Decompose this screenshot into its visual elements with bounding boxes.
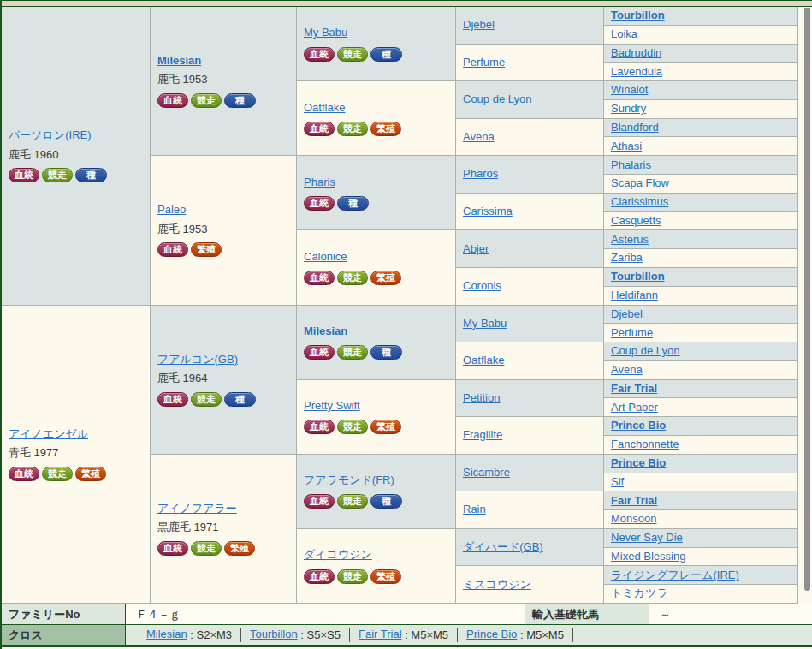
- horse-link[interactable]: Calonice: [304, 250, 347, 264]
- badge-race-icon[interactable]: 競走: [337, 420, 368, 434]
- horse-link[interactable]: ダイコウジン: [304, 548, 372, 562]
- badge-pedigree-icon[interactable]: 血統: [304, 494, 335, 509]
- badge-race-icon[interactable]: 競走: [42, 168, 73, 182]
- badge-sire-icon[interactable]: 種: [337, 196, 369, 211]
- horse-link[interactable]: Phalaris: [611, 158, 651, 172]
- badge-pedigree-icon[interactable]: 血統: [304, 47, 335, 62]
- horse-link[interactable]: Prince Bio: [611, 456, 666, 470]
- badge-broodmare-icon[interactable]: 繁殖: [191, 242, 222, 257]
- horse-link[interactable]: Milesian: [304, 324, 347, 338]
- horse-link[interactable]: Avena: [611, 363, 643, 377]
- horse-link[interactable]: Tourbillon: [611, 270, 665, 283]
- horse-link[interactable]: Heldifann: [611, 289, 658, 302]
- horse-link[interactable]: フアラモンド(FR): [304, 473, 394, 487]
- horse-link[interactable]: Oatflake: [304, 101, 345, 115]
- badge-sire-icon[interactable]: 種: [370, 47, 402, 62]
- badge-race-icon[interactable]: 競走: [191, 93, 222, 108]
- badge-race-icon[interactable]: 競走: [337, 47, 368, 62]
- horse-link[interactable]: Avena: [463, 130, 495, 144]
- horse-link[interactable]: アイノフアラー: [157, 502, 237, 515]
- badge-sire-icon[interactable]: 種: [224, 392, 256, 407]
- badge-pedigree-icon[interactable]: 血統: [157, 541, 188, 556]
- horse-link[interactable]: Mixed Blessing: [611, 550, 685, 563]
- horse-link[interactable]: Casquetts: [611, 214, 661, 228]
- horse-link[interactable]: Coronis: [463, 279, 501, 293]
- horse-link[interactable]: Monsoon: [611, 512, 656, 526]
- badge-race-icon[interactable]: 競走: [337, 122, 368, 136]
- horse-link[interactable]: Fragilite: [463, 428, 502, 442]
- horse-link[interactable]: パーソロン(IRE): [9, 128, 92, 142]
- horse-link[interactable]: Sif: [611, 475, 624, 489]
- badge-sire-icon[interactable]: 種: [224, 93, 256, 108]
- horse-link[interactable]: Pharis: [304, 176, 335, 189]
- badge-broodmare-icon[interactable]: 繁殖: [370, 271, 401, 285]
- scrollbar-thumb[interactable]: [804, 8, 810, 591]
- badge-broodmare-icon[interactable]: 繁殖: [370, 122, 401, 136]
- badge-race-icon[interactable]: 競走: [337, 271, 368, 285]
- horse-link[interactable]: Coup de Lyon: [463, 92, 531, 106]
- horse-link[interactable]: アイノエンゼル: [9, 427, 88, 441]
- badge-broodmare-icon[interactable]: 繁殖: [370, 569, 401, 584]
- badge-pedigree-icon[interactable]: 血統: [304, 196, 335, 211]
- badge-pedigree-icon[interactable]: 血統: [9, 168, 39, 182]
- badge-race-icon[interactable]: 競走: [337, 345, 368, 360]
- badge-broodmare-icon[interactable]: 繁殖: [75, 467, 106, 481]
- badge-race-icon[interactable]: 競走: [191, 392, 222, 407]
- badge-sire-icon[interactable]: 種: [370, 345, 402, 360]
- badge-race-icon[interactable]: 競走: [337, 569, 368, 584]
- horse-link[interactable]: Lavendula: [611, 65, 662, 79]
- horse-link[interactable]: Sicambre: [463, 466, 510, 479]
- horse-link[interactable]: Loika: [611, 27, 637, 41]
- horse-link[interactable]: My Babu: [304, 26, 347, 39]
- horse-link[interactable]: Coup de Lyon: [611, 344, 679, 358]
- horse-link[interactable]: Djebel: [463, 18, 495, 32]
- horse-link[interactable]: Milesian: [157, 54, 201, 68]
- horse-link[interactable]: Clarissimus: [611, 195, 668, 209]
- badge-pedigree-icon[interactable]: 血統: [9, 467, 39, 481]
- horse-link[interactable]: Fair Trial: [611, 382, 657, 396]
- badge-pedigree-icon[interactable]: 血統: [304, 569, 335, 584]
- badge-sire-icon[interactable]: 種: [370, 494, 402, 509]
- horse-link[interactable]: Fanchonnette: [611, 438, 679, 451]
- horse-link[interactable]: Never Say Die: [611, 531, 683, 545]
- horse-link[interactable]: Prince Bio: [611, 419, 666, 432]
- horse-link[interactable]: Perfume: [463, 56, 505, 69]
- horse-link[interactable]: Asterus: [611, 233, 649, 247]
- badge-pedigree-icon[interactable]: 血統: [304, 271, 335, 285]
- badge-pedigree-icon[interactable]: 血統: [304, 345, 335, 360]
- badge-pedigree-icon[interactable]: 血統: [304, 420, 335, 434]
- badge-pedigree-icon[interactable]: 血統: [157, 392, 188, 407]
- horse-link[interactable]: Athasi: [611, 140, 642, 153]
- badge-pedigree-icon[interactable]: 血統: [157, 93, 188, 108]
- horse-link[interactable]: Petition: [463, 391, 500, 405]
- horse-link[interactable]: Djebel: [611, 307, 643, 321]
- horse-link[interactable]: Rain: [463, 503, 486, 516]
- badge-race-icon[interactable]: 競走: [337, 494, 368, 509]
- badge-sire-icon[interactable]: 種: [75, 168, 107, 182]
- horse-link[interactable]: Paleo: [157, 203, 186, 217]
- horse-link[interactable]: Oatflake: [463, 354, 504, 367]
- horse-link[interactable]: ライジングフレーム(IRE): [611, 569, 739, 582]
- horse-link[interactable]: Sundry: [611, 102, 646, 116]
- badge-pedigree-icon[interactable]: 血統: [157, 242, 188, 257]
- badge-race-icon[interactable]: 競走: [191, 541, 222, 556]
- horse-link[interactable]: My Babu: [463, 317, 507, 330]
- cross-horse-link[interactable]: Prince Bio: [466, 628, 517, 641]
- badge-broodmare-icon[interactable]: 繁殖: [224, 541, 255, 556]
- cross-horse-link[interactable]: Milesian: [146, 628, 187, 641]
- horse-link[interactable]: Scapa Flow: [611, 176, 669, 190]
- horse-link[interactable]: トミカツラ: [611, 586, 668, 600]
- horse-link[interactable]: Fair Trial: [611, 494, 657, 508]
- cross-horse-link[interactable]: Tourbillon: [250, 628, 298, 641]
- horse-link[interactable]: Pharos: [463, 167, 498, 181]
- horse-link[interactable]: Pretty Swift: [304, 399, 360, 413]
- horse-link[interactable]: ダイハード(GB): [463, 540, 543, 554]
- badge-pedigree-icon[interactable]: 血統: [304, 122, 335, 136]
- badge-broodmare-icon[interactable]: 繁殖: [370, 420, 401, 434]
- horse-link[interactable]: Winalot: [611, 83, 648, 97]
- horse-link[interactable]: Blandford: [611, 121, 659, 134]
- horse-link[interactable]: Badruddin: [611, 46, 661, 60]
- horse-link[interactable]: Art Paper: [611, 401, 658, 414]
- horse-link[interactable]: Tourbillon: [611, 9, 665, 22]
- horse-link[interactable]: フアルコン(GB): [157, 353, 238, 366]
